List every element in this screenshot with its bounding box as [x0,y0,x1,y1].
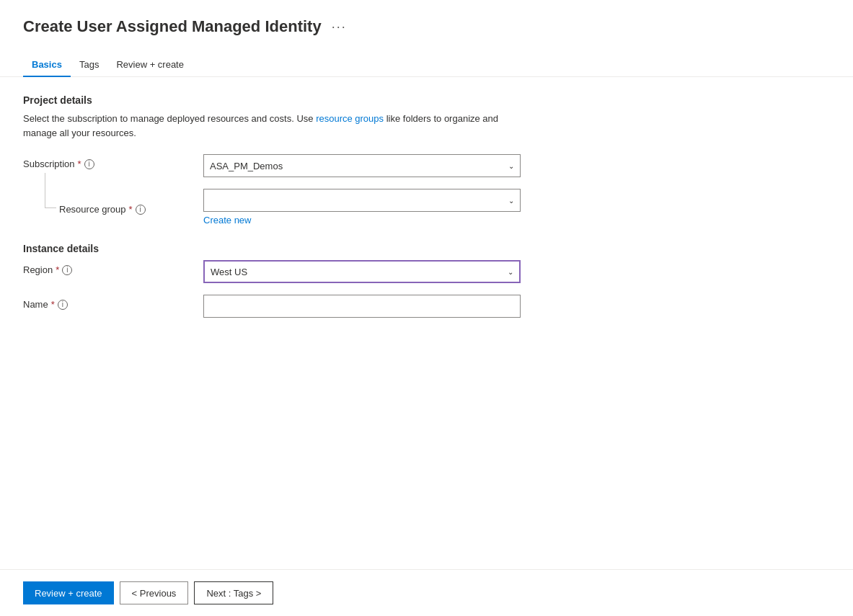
page-header: Create User Assigned Managed Identity ··… [0,0,853,36]
resource-group-control-col: ⌄ Create new [203,189,521,226]
subscription-label-col: Subscription * i [23,154,203,169]
region-info-icon[interactable]: i [62,265,72,275]
create-new-resource-group-link[interactable]: Create new [203,215,521,226]
tree-horizontal-line [45,207,56,208]
subscription-value: ASA_PM_Demos [210,161,283,171]
region-form-group: Region * i West US ⌄ [23,260,830,283]
review-create-button[interactable]: Review + create [23,581,114,604]
project-details-title: Project details [23,94,830,106]
next-tags-button[interactable]: Next : Tags > [194,581,273,604]
content-area: Project details Select the subscription … [0,77,853,569]
subscription-required: * [78,159,81,169]
tab-review-create[interactable]: Review + create [107,53,193,77]
region-chevron-icon: ⌄ [508,268,513,276]
subscription-control-col: ASA_PM_Demos ⌄ [203,154,521,177]
region-label: Region [23,264,53,275]
region-control-col: West US ⌄ [203,260,521,283]
ellipsis-menu-button[interactable]: ··· [329,19,350,35]
tab-tags[interactable]: Tags [71,53,107,77]
subscription-info-icon[interactable]: i [84,159,94,169]
resource-group-chevron-icon: ⌄ [508,197,514,205]
name-input[interactable] [203,295,521,318]
tab-basics[interactable]: Basics [23,53,71,77]
previous-button[interactable]: < Previous [120,581,189,604]
subscription-form-group: Subscription * i ASA_PM_Demos ⌄ [23,154,830,177]
resource-group-dropdown[interactable]: ⌄ [203,189,521,212]
resource-group-form-group: Resource group * i ⌄ Create new [23,189,830,226]
tree-vertical-line [45,173,45,207]
name-label-col: Name * i [23,295,203,310]
subscription-chevron-icon: ⌄ [508,162,514,170]
project-details-section: Project details Select the subscription … [23,94,830,226]
subscription-dropdown[interactable]: ASA_PM_Demos ⌄ [203,154,521,177]
footer: Review + create < Previous Next : Tags > [0,569,853,616]
resource-group-label-col: Resource group * i [23,189,203,226]
instance-details-section: Instance details Region * i West US ⌄ Na… [23,243,830,318]
resource-group-required: * [129,204,133,215]
region-value: West US [211,267,247,277]
resource-groups-link[interactable]: resource groups [316,113,384,124]
name-required: * [51,299,55,310]
region-dropdown[interactable]: West US ⌄ [203,260,521,283]
name-info-icon[interactable]: i [58,300,68,310]
name-control-col [203,295,521,318]
instance-details-title: Instance details [23,243,830,254]
page-title: Create User Assigned Managed Identity [23,17,322,36]
resource-group-label: Resource group [59,204,126,215]
resource-group-info-icon[interactable]: i [136,205,146,215]
name-form-group: Name * i [23,295,830,318]
name-label: Name [23,299,48,310]
region-label-col: Region * i [23,260,203,275]
tabs-container: Basics Tags Review + create [0,42,853,77]
project-details-description: Select the subscription to manage deploy… [23,112,513,140]
subscription-label: Subscription [23,159,75,169]
region-required: * [56,264,59,275]
